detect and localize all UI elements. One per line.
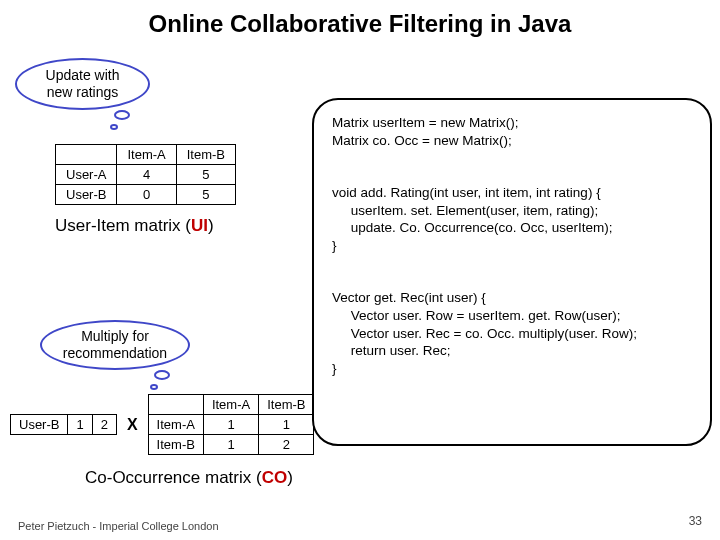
header-cell: Item-B: [176, 145, 235, 165]
cell: 4: [117, 165, 176, 185]
table-row: Item-A Item-B: [56, 145, 236, 165]
user-item-table: Item-A Item-B User-A 4 5 User-B 0 5: [55, 144, 236, 205]
caption-text: ): [208, 216, 214, 235]
table-row: User-B 1 2: [11, 415, 117, 435]
page-title: Online Collaborative Filtering in Java: [0, 10, 720, 38]
footer-text: Peter Pietzuch - Imperial College London: [18, 520, 219, 532]
cell: Item-B: [148, 435, 203, 455]
caption-red: CO: [262, 468, 288, 487]
page-number: 33: [689, 514, 702, 528]
cell: 1: [68, 415, 92, 435]
header-cell: Item-A: [117, 145, 176, 165]
caption-text: ): [287, 468, 293, 487]
table-row: User-A 4 5: [56, 165, 236, 185]
cell: User-B: [11, 415, 68, 435]
cell: 1: [203, 435, 258, 455]
cell: 2: [92, 415, 116, 435]
bubble-tail-icon: [110, 124, 118, 130]
vector-times-matrix: User-B 1 2 X Item-A Item-B Item-A 1 1 It…: [10, 394, 314, 455]
cell: 0: [117, 185, 176, 205]
cell: 5: [176, 185, 235, 205]
bubble-tail-icon: [114, 110, 130, 120]
co-caption: Co-Occurrence matrix (CO): [85, 468, 293, 488]
table-row: Item-A Item-B: [148, 395, 314, 415]
bubble-multiply: Multiply for recommendation: [40, 320, 190, 370]
header-cell: Item-B: [259, 395, 314, 415]
table-row: Item-A 1 1: [148, 415, 314, 435]
bubble-text: Update with new ratings: [46, 67, 120, 101]
caption-text: User-Item matrix (: [55, 216, 191, 235]
caption-red: UI: [191, 216, 208, 235]
header-cell: [148, 395, 203, 415]
cell: 1: [259, 415, 314, 435]
multiply-symbol: X: [123, 416, 142, 434]
bubble-tail-icon: [154, 370, 170, 380]
caption-text: Co-Occurrence matrix (: [85, 468, 262, 487]
cell: User-B: [56, 185, 117, 205]
cell: 2: [259, 435, 314, 455]
ui-caption: User-Item matrix (UI): [55, 216, 214, 236]
bubble-tail-icon: [150, 384, 158, 390]
header-cell: Item-A: [203, 395, 258, 415]
bubble-text: Multiply for recommendation: [63, 328, 167, 362]
cell: 5: [176, 165, 235, 185]
table-row: Item-B 1 2: [148, 435, 314, 455]
cell: User-A: [56, 165, 117, 185]
cell: 1: [203, 415, 258, 435]
cell: Item-A: [148, 415, 203, 435]
co-occurrence-table: Item-A Item-B Item-A 1 1 Item-B 1 2: [148, 394, 315, 455]
table-row: User-B 0 5: [56, 185, 236, 205]
header-cell: [56, 145, 117, 165]
code-box: Matrix userItem = new Matrix(); Matrix c…: [312, 98, 712, 446]
user-vector-table: User-B 1 2: [10, 414, 117, 435]
bubble-update-ratings: Update with new ratings: [15, 58, 150, 110]
